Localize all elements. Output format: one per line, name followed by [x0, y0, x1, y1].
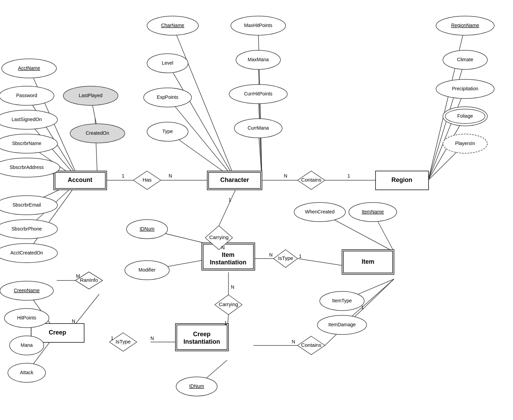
card-itemInst-carrying2: N	[231, 284, 234, 290]
attr-itemtype-label: ItemType	[332, 298, 352, 303]
attr-idnum-creep-label: IDNum	[189, 383, 204, 389]
attr-whencreated-label: WhenCreated	[305, 209, 334, 214]
attr-maxhitpoints-label: MaxHitPoints	[244, 23, 272, 28]
diamond-istype-item-label: IsType	[278, 255, 293, 261]
attr-level-label: Level	[162, 60, 173, 66]
entity-item-label: Item	[361, 258, 374, 265]
line-character-carrying	[219, 189, 236, 226]
attr-sbscrbraddress-label: SbscrbrAddress	[10, 165, 44, 170]
attr-currhitpoints-label: CurrHitPoints	[244, 91, 272, 96]
diamond-istype-creep-label: IsType	[116, 339, 131, 344]
attr-acctcreatedon-label: AcctCreatedOn	[10, 250, 43, 255]
card-istype-item: 1	[299, 253, 302, 259]
attr-mana-label: Mana	[21, 342, 32, 348]
diamond-carrying-top-label: Carrying	[209, 234, 229, 240]
card-istype-creepInst: N	[150, 336, 154, 341]
attr-sbscrbremail-label: SbscrbrEmail	[12, 202, 41, 208]
attr-sbscrbrphone-label: SbscrbrPhone	[12, 226, 42, 232]
attr-idnum-item-label: IDNum	[140, 226, 155, 232]
card-character-contains: N	[284, 173, 287, 179]
card-itemInst-istype: N	[269, 252, 273, 258]
attr-currmana-label: CurrMana	[248, 125, 269, 131]
card-char-carrying: 1	[228, 197, 231, 202]
card-account-raninfo: M	[76, 273, 80, 279]
attr-maxmana-label: MaxMana	[248, 57, 269, 62]
attr-hitpoints-label: HitPoints	[17, 315, 36, 320]
attr-attack-label: Attack	[20, 370, 34, 375]
attr-createdon-label: CreatedOn	[86, 130, 109, 136]
attr-acctname-label: AcctName	[18, 65, 40, 71]
entity-character-label: Character	[220, 176, 249, 183]
line-char-level	[168, 63, 236, 180]
card-has-character: N	[169, 173, 172, 179]
attr-modifier-label: Modifier	[139, 267, 156, 273]
card-account-has: 1	[122, 173, 124, 179]
attr-itemname-label: ItemName	[362, 209, 384, 214]
card-contains-region: 1	[347, 173, 350, 179]
line-istype-item	[298, 259, 342, 265]
entity-creep-instantiation-label2: Instantiation	[184, 338, 220, 345]
entity-item-instantiation-label2: Instantiation	[210, 259, 247, 266]
diamond-contains-bottom-label: Contains	[301, 342, 321, 348]
attr-regionname-label: RegionName	[451, 23, 479, 28]
attr-exppoints-label: ExpPoints	[157, 94, 178, 100]
attr-climate-label: Climate	[457, 57, 473, 62]
attr-password-label: Password	[16, 93, 37, 98]
attr-charname-label: CharName	[161, 23, 184, 28]
entity-creep-instantiation-label1: Creep	[193, 331, 210, 338]
card-contains-item: 1	[361, 305, 364, 310]
attr-foliage-label: Foliage	[457, 113, 473, 119]
diamond-raninfo-label: RanInfo	[80, 277, 98, 283]
attr-lastplayed-label: LastPlayed	[79, 93, 102, 98]
attr-lastsignedon-label: LastSignedOn	[12, 117, 42, 122]
attr-itemdamage-label: ItemDamage	[328, 322, 356, 327]
er-diagram: Account Character Region Item Item Insta…	[0, 0, 513, 420]
attr-precipitation-label: Precipitation	[452, 86, 478, 91]
line-acct-acctcreatedon	[27, 180, 79, 253]
entity-region-label: Region	[392, 176, 412, 183]
attr-sbscrbrname-label: SbscrbrName	[12, 141, 41, 146]
line-contains2-item	[325, 279, 394, 345]
card-creepInst-contains: N	[292, 339, 295, 344]
diamond-has-label: Has	[143, 177, 152, 183]
card-creep-istype: 1	[111, 336, 114, 341]
card-raninfo-creep: N	[72, 318, 75, 324]
attr-creepname-label: CreepName	[14, 288, 40, 293]
card-carrying-itemInst: N	[221, 245, 225, 250]
attr-type-label: Type	[162, 129, 173, 134]
diamond-carrying-bottom-label: Carrying	[219, 301, 238, 307]
diamond-contains-region-label: Contains	[301, 177, 321, 183]
entity-account-label: Account	[68, 176, 92, 183]
entity-creep-label: Creep	[49, 329, 66, 336]
attr-playersin-label: PlayersIn	[455, 141, 475, 146]
card-carrying2-creepInst: 1	[224, 320, 227, 326]
entity-item-instantiation-label1: Item	[222, 251, 234, 258]
